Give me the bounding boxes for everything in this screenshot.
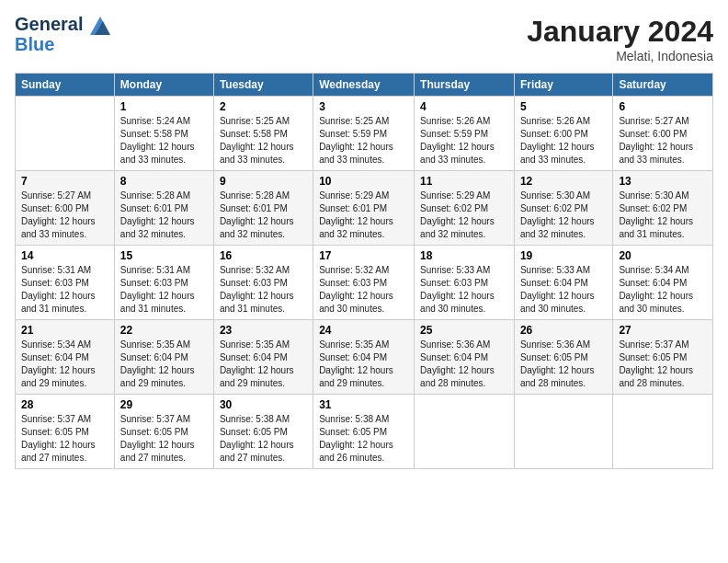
day-number: 16 xyxy=(220,249,307,262)
cell-content: Sunrise: 5:36 AM Sunset: 6:04 PM Dayligh… xyxy=(420,339,508,390)
day-number: 10 xyxy=(319,175,408,188)
calendar-cell: 30Sunrise: 5:38 AM Sunset: 6:05 PM Dayli… xyxy=(213,395,313,469)
calendar-cell: 3Sunrise: 5:25 AM Sunset: 5:59 PM Daylig… xyxy=(313,97,415,171)
cell-content: Sunrise: 5:35 AM Sunset: 6:04 PM Dayligh… xyxy=(319,339,408,390)
cell-content: Sunrise: 5:30 AM Sunset: 6:02 PM Dayligh… xyxy=(520,190,607,241)
day-number: 20 xyxy=(619,249,707,262)
cell-content: Sunrise: 5:31 AM Sunset: 6:03 PM Dayligh… xyxy=(21,264,108,316)
day-number: 26 xyxy=(520,324,607,337)
day-header-wednesday: Wednesday xyxy=(313,74,415,97)
cell-content: Sunrise: 5:34 AM Sunset: 6:04 PM Dayligh… xyxy=(619,264,707,316)
calendar-cell: 1Sunrise: 5:24 AM Sunset: 5:58 PM Daylig… xyxy=(114,97,213,171)
day-number: 25 xyxy=(420,324,508,337)
week-row-3: 14Sunrise: 5:31 AM Sunset: 6:03 PM Dayli… xyxy=(16,246,713,320)
cell-content: Sunrise: 5:37 AM Sunset: 6:05 PM Dayligh… xyxy=(120,413,208,465)
month-title: January 2024 xyxy=(527,15,713,49)
calendar-cell xyxy=(613,395,713,469)
cell-content: Sunrise: 5:25 AM Sunset: 5:58 PM Dayligh… xyxy=(220,115,307,167)
cell-content: Sunrise: 5:28 AM Sunset: 6:01 PM Dayligh… xyxy=(220,190,307,241)
day-number: 17 xyxy=(319,249,408,262)
cell-content: Sunrise: 5:30 AM Sunset: 6:02 PM Dayligh… xyxy=(619,190,707,241)
calendar-cell: 4Sunrise: 5:26 AM Sunset: 5:59 PM Daylig… xyxy=(415,97,515,171)
day-number: 14 xyxy=(21,249,108,262)
day-number: 13 xyxy=(619,175,707,188)
day-number: 18 xyxy=(420,249,508,262)
calendar-cell: 17Sunrise: 5:32 AM Sunset: 6:03 PM Dayli… xyxy=(313,246,415,320)
day-header-monday: Monday xyxy=(114,74,213,97)
day-header-sunday: Sunday xyxy=(16,74,115,97)
calendar-cell: 28Sunrise: 5:37 AM Sunset: 6:05 PM Dayli… xyxy=(16,395,115,469)
calendar-cell: 18Sunrise: 5:33 AM Sunset: 6:03 PM Dayli… xyxy=(415,246,515,320)
day-number: 27 xyxy=(619,324,707,337)
calendar-cell: 31Sunrise: 5:38 AM Sunset: 6:05 PM Dayli… xyxy=(313,395,415,469)
cell-content: Sunrise: 5:32 AM Sunset: 6:03 PM Dayligh… xyxy=(220,264,307,316)
cell-content: Sunrise: 5:31 AM Sunset: 6:03 PM Dayligh… xyxy=(120,264,208,316)
cell-content: Sunrise: 5:27 AM Sunset: 6:00 PM Dayligh… xyxy=(619,115,707,167)
cell-content: Sunrise: 5:37 AM Sunset: 6:05 PM Dayligh… xyxy=(619,339,707,390)
day-number: 28 xyxy=(21,398,108,411)
cell-content: Sunrise: 5:36 AM Sunset: 6:05 PM Dayligh… xyxy=(520,339,607,390)
cell-content: Sunrise: 5:33 AM Sunset: 6:03 PM Dayligh… xyxy=(420,264,508,316)
cell-content: Sunrise: 5:32 AM Sunset: 6:03 PM Dayligh… xyxy=(319,264,408,316)
calendar-cell: 11Sunrise: 5:29 AM Sunset: 6:02 PM Dayli… xyxy=(415,171,515,246)
cell-content: Sunrise: 5:35 AM Sunset: 6:04 PM Dayligh… xyxy=(220,339,307,390)
day-number: 21 xyxy=(21,324,108,337)
calendar-cell: 19Sunrise: 5:33 AM Sunset: 6:04 PM Dayli… xyxy=(514,246,612,320)
day-number: 29 xyxy=(120,398,208,411)
calendar-cell: 13Sunrise: 5:30 AM Sunset: 6:02 PM Dayli… xyxy=(613,171,713,246)
calendar-cell: 22Sunrise: 5:35 AM Sunset: 6:04 PM Dayli… xyxy=(114,320,213,395)
calendar-cell: 9Sunrise: 5:28 AM Sunset: 6:01 PM Daylig… xyxy=(213,171,313,246)
logo: General Blue xyxy=(15,15,110,53)
day-number: 9 xyxy=(220,175,307,188)
cell-content: Sunrise: 5:26 AM Sunset: 5:59 PM Dayligh… xyxy=(420,115,508,167)
week-row-2: 7Sunrise: 5:27 AM Sunset: 6:00 PM Daylig… xyxy=(16,171,713,246)
day-header-saturday: Saturday xyxy=(613,74,713,97)
day-header-thursday: Thursday xyxy=(415,74,515,97)
title-section: January 2024 Melati, Indonesia xyxy=(527,15,713,63)
calendar-cell: 29Sunrise: 5:37 AM Sunset: 6:05 PM Dayli… xyxy=(114,395,213,469)
cell-content: Sunrise: 5:29 AM Sunset: 6:01 PM Dayligh… xyxy=(319,190,408,241)
cell-content: Sunrise: 5:37 AM Sunset: 6:05 PM Dayligh… xyxy=(21,413,108,465)
week-row-1: 1Sunrise: 5:24 AM Sunset: 5:58 PM Daylig… xyxy=(16,97,713,171)
calendar-table: SundayMondayTuesdayWednesdayThursdayFrid… xyxy=(15,73,713,469)
day-number: 23 xyxy=(220,324,307,337)
day-number: 19 xyxy=(520,249,607,262)
cell-content: Sunrise: 5:26 AM Sunset: 6:00 PM Dayligh… xyxy=(520,115,607,167)
calendar-cell: 2Sunrise: 5:25 AM Sunset: 5:58 PM Daylig… xyxy=(213,97,313,171)
day-number: 6 xyxy=(619,100,707,113)
day-number: 22 xyxy=(120,324,208,337)
calendar-cell: 16Sunrise: 5:32 AM Sunset: 6:03 PM Dayli… xyxy=(213,246,313,320)
cell-content: Sunrise: 5:28 AM Sunset: 6:01 PM Dayligh… xyxy=(120,190,208,241)
week-row-5: 28Sunrise: 5:37 AM Sunset: 6:05 PM Dayli… xyxy=(16,395,713,469)
day-number: 31 xyxy=(319,398,408,411)
calendar-cell: 27Sunrise: 5:37 AM Sunset: 6:05 PM Dayli… xyxy=(613,320,713,395)
calendar-cell: 15Sunrise: 5:31 AM Sunset: 6:03 PM Dayli… xyxy=(114,246,213,320)
day-number: 5 xyxy=(520,100,607,113)
day-number: 3 xyxy=(319,100,408,113)
cell-content: Sunrise: 5:38 AM Sunset: 6:05 PM Dayligh… xyxy=(220,413,307,465)
day-number: 1 xyxy=(120,100,208,113)
cell-content: Sunrise: 5:38 AM Sunset: 6:05 PM Dayligh… xyxy=(319,413,408,465)
calendar-cell: 24Sunrise: 5:35 AM Sunset: 6:04 PM Dayli… xyxy=(313,320,415,395)
calendar-cell: 10Sunrise: 5:29 AM Sunset: 6:01 PM Dayli… xyxy=(313,171,415,246)
day-number: 2 xyxy=(220,100,307,113)
cell-content: Sunrise: 5:29 AM Sunset: 6:02 PM Dayligh… xyxy=(420,190,508,241)
page-header: General Blue January 2024 Melati, Indone… xyxy=(15,15,713,63)
logo-blue: Blue xyxy=(15,35,110,53)
week-row-4: 21Sunrise: 5:34 AM Sunset: 6:04 PM Dayli… xyxy=(16,320,713,395)
cell-content: Sunrise: 5:35 AM Sunset: 6:04 PM Dayligh… xyxy=(120,339,208,390)
day-number: 11 xyxy=(420,175,508,188)
calendar-cell: 7Sunrise: 5:27 AM Sunset: 6:00 PM Daylig… xyxy=(16,171,115,246)
calendar-cell: 5Sunrise: 5:26 AM Sunset: 6:00 PM Daylig… xyxy=(514,97,612,171)
day-number: 7 xyxy=(21,175,108,188)
cell-content: Sunrise: 5:27 AM Sunset: 6:00 PM Dayligh… xyxy=(21,190,108,241)
calendar-cell: 6Sunrise: 5:27 AM Sunset: 6:00 PM Daylig… xyxy=(613,97,713,171)
calendar-cell: 20Sunrise: 5:34 AM Sunset: 6:04 PM Dayli… xyxy=(613,246,713,320)
day-number: 4 xyxy=(420,100,508,113)
calendar-cell xyxy=(514,395,612,469)
calendar-cell xyxy=(415,395,515,469)
calendar-cell: 25Sunrise: 5:36 AM Sunset: 6:04 PM Dayli… xyxy=(415,320,515,395)
day-number: 12 xyxy=(520,175,607,188)
day-number: 30 xyxy=(220,398,307,411)
logo-icon xyxy=(90,17,110,35)
